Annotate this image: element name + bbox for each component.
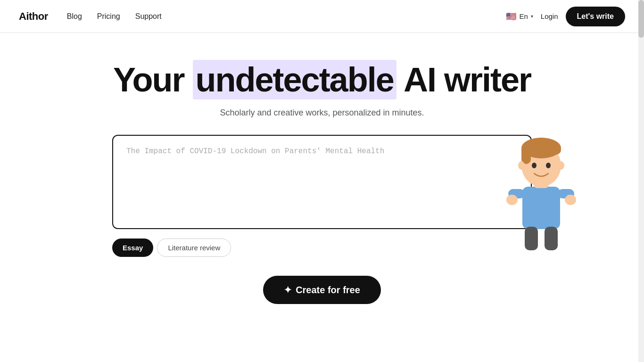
svg-rect-14 — [525, 227, 538, 250]
nav-links: Blog Pricing Support — [67, 12, 506, 21]
chevron-down-icon: ▾ — [531, 14, 533, 19]
scrollbar-thumb[interactable] — [638, 0, 644, 38]
character-illustration — [504, 121, 579, 253]
nav-pricing[interactable]: Pricing — [97, 12, 120, 21]
lets-write-button[interactable]: Let's write — [566, 7, 626, 26]
lang-code: En — [519, 12, 528, 20]
hero-title-highlight: undetectable — [193, 60, 396, 99]
create-button-label: Create for free — [296, 285, 360, 296]
sparkle-icon: ✦ — [284, 284, 292, 296]
topic-input[interactable] — [112, 135, 532, 229]
tab-essay[interactable]: Essay — [112, 239, 153, 257]
tab-literature-review[interactable]: Literature review — [157, 239, 231, 257]
logo[interactable]: Aithor — [19, 10, 48, 23]
text-box-wrapper — [112, 135, 532, 231]
svg-rect-9 — [521, 145, 561, 155]
nav-right: 🇺🇸 En ▾ Login Let's write — [506, 7, 625, 26]
nav-blog[interactable]: Blog — [67, 12, 82, 21]
writing-type-tabs: Essay Literature review — [112, 239, 231, 257]
hero-title: Your undetectable AI writer — [113, 61, 531, 99]
create-button[interactable]: ✦ Create for free — [263, 276, 381, 304]
language-selector[interactable]: 🇺🇸 En ▾ — [506, 11, 533, 22]
hero-subtitle: Scholarly and creative works, personaliz… — [220, 108, 424, 118]
hero-title-before: Your — [113, 61, 193, 99]
svg-point-12 — [518, 161, 525, 170]
svg-point-11 — [546, 163, 551, 168]
svg-point-10 — [532, 163, 537, 168]
svg-rect-0 — [522, 187, 560, 229]
hero-title-after: AI writer — [396, 61, 531, 99]
flag-icon: 🇺🇸 — [506, 11, 516, 22]
svg-point-13 — [558, 161, 564, 170]
svg-rect-15 — [545, 227, 558, 250]
navbar: Aithor Blog Pricing Support 🇺🇸 En ▾ Logi… — [0, 0, 644, 33]
main-content: Your undetectable AI writer Scholarly an… — [0, 33, 644, 304]
svg-point-3 — [506, 195, 518, 205]
login-button[interactable]: Login — [541, 12, 558, 20]
nav-support[interactable]: Support — [135, 12, 162, 21]
svg-point-4 — [565, 195, 576, 205]
scrollbar[interactable] — [638, 0, 644, 362]
